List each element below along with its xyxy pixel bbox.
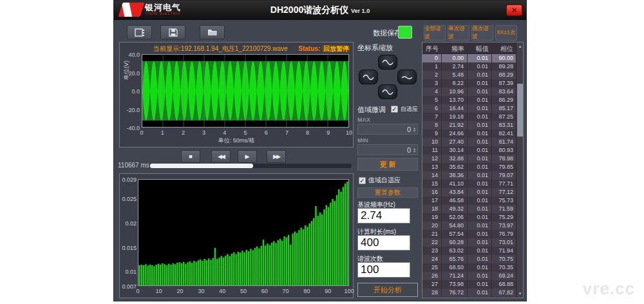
table-cell: 4	[422, 88, 442, 96]
table-cell: 5.48	[442, 71, 468, 79]
min-input[interactable]: 0 ▲▼	[357, 144, 418, 155]
table-row[interactable]: 1643.840.0177.12	[422, 188, 516, 196]
table-cell: 0.01	[468, 230, 492, 238]
play-button[interactable]: ▶	[238, 150, 257, 163]
waveform-x-unit: 单位: 50ms/格	[120, 137, 353, 145]
spinner-arrows-icon[interactable]: ▲▼	[413, 147, 416, 153]
table-cell: 0.01	[468, 163, 492, 171]
table-cell: 0.01	[468, 188, 492, 196]
table-row[interactable]: 00.000.0190.00	[422, 54, 516, 62]
scrollbar-thumb[interactable]	[517, 84, 523, 137]
waveform-x-tick: 9	[323, 129, 334, 136]
fundamental-freq-input[interactable]: 2.74	[357, 208, 410, 223]
close-button[interactable]: ✕	[506, 5, 522, 16]
table-row[interactable]: 12.740.0189.28	[422, 62, 516, 71]
table-row[interactable]: 2465.760.0170.75	[422, 255, 516, 263]
table-body: 00.000.0190.0012.740.0189.2825.480.0188.…	[422, 54, 516, 298]
spectrum-y-tick: 0.02	[120, 220, 137, 227]
filter-odd-harmonics-button[interactable]: 单次谐波	[448, 25, 469, 41]
start-analysis-button[interactable]: 开始分析	[357, 283, 418, 297]
status-label: Status:	[298, 45, 320, 52]
filter-6x1-button[interactable]: 6X±1次	[495, 25, 517, 41]
table-cell: 0.01	[468, 129, 492, 138]
spectrum-plot[interactable]	[138, 179, 349, 286]
filter-all-harmonics-button[interactable]: 全部谐波	[424, 25, 446, 41]
table-row[interactable]: 2876.720.0167.82	[422, 289, 516, 297]
reset-params-button[interactable]: 重置参数	[357, 187, 418, 198]
table-cell: 6	[422, 104, 442, 113]
table-row[interactable]: 2363.020.0171.94	[422, 247, 516, 255]
table-row[interactable]: 2671.240.0169.24	[422, 272, 516, 280]
table-row[interactable]: 2260.280.0173.01	[422, 238, 516, 247]
zoom-down-button[interactable]	[378, 84, 397, 99]
table-header-3[interactable]: 相位	[492, 43, 516, 53]
table-cell: 68.50	[442, 263, 468, 272]
table-header-0[interactable]: 序号	[422, 43, 442, 53]
harmonic-count-input[interactable]: 100	[357, 262, 410, 278]
waveform-x-tick: 2	[178, 129, 188, 136]
waveform-plot[interactable]	[142, 54, 349, 128]
table-row[interactable]: 2773.980.0168.88	[422, 280, 516, 289]
table-header-1[interactable]: 频率	[442, 43, 468, 53]
table-row[interactable]: 616.440.0185.17	[422, 104, 516, 113]
table-cell: 73.97	[492, 222, 516, 230]
open-file-button[interactable]	[200, 25, 225, 39]
waveform-x-tick: 10	[344, 129, 354, 136]
sine-wave-icon	[382, 89, 393, 95]
table-row[interactable]: 1335.620.0179.85	[422, 163, 516, 171]
min-label: MIN	[357, 137, 368, 144]
table-row[interactable]: 1541.100.0177.71	[422, 180, 516, 188]
spectrum-x-tick: 20	[174, 288, 187, 294]
zoom-right-button[interactable]	[397, 70, 417, 84]
table-cell: 11	[422, 146, 442, 155]
table-cell: 71.59	[492, 205, 516, 213]
save-button[interactable]	[160, 25, 185, 39]
table-row[interactable]: 924.660.0182.41	[422, 129, 516, 138]
table-row[interactable]: 38.220.0187.39	[422, 79, 516, 88]
fast-forward-button[interactable]: ▶▶	[267, 150, 286, 163]
table-row[interactable]: 2568.500.0170.35	[422, 263, 516, 272]
waveform-y-tick: 0.0	[120, 88, 140, 95]
table-row[interactable]: 1027.400.0181.74	[422, 138, 516, 146]
table-row[interactable]: 1232.880.0178.98	[422, 155, 516, 163]
calc-duration-input[interactable]: 400	[357, 235, 410, 251]
table-row[interactable]: 2054.800.0173.97	[422, 222, 516, 230]
filter-even-harmonics-button[interactable]: 偶次谐波	[471, 25, 493, 41]
table-row[interactable]: 1438.360.0179.07	[422, 171, 516, 180]
table-row[interactable]: 410.960.0183.64	[422, 88, 516, 96]
table-row[interactable]: 513.700.0186.29	[422, 96, 516, 104]
table-row[interactable]: 25.480.0188.29	[422, 71, 516, 79]
scroll-up-icon[interactable]: ▲	[516, 43, 524, 50]
table-row[interactable]: 821.920.0183.31	[422, 121, 516, 129]
playback-progress-slider[interactable]	[150, 164, 352, 168]
device-button[interactable]	[127, 25, 152, 39]
max-input[interactable]: 0 ▲▼	[357, 124, 418, 135]
stop-button[interactable]: ■	[181, 150, 200, 163]
spectrum-panel: 0.0290.0250.020.0150.010.007 01020304050…	[119, 173, 354, 298]
table-scrollbar[interactable]: ▲ ▼	[516, 43, 523, 298]
table-header-2[interactable]: 幅值	[468, 43, 492, 53]
rewind-button[interactable]: ◀◀	[211, 150, 231, 163]
zoom-left-button[interactable]	[359, 70, 378, 84]
table-cell: 0.01	[468, 155, 492, 163]
table-cell: 49.32	[442, 205, 468, 213]
range-adaptive-checkbox[interactable]: ✓ 值域自适应	[359, 176, 401, 185]
spectrum-x-tick: 90	[321, 288, 334, 294]
zoom-up-button[interactable]	[378, 55, 397, 70]
table-row[interactable]: 1746.580.0175.73	[422, 196, 516, 205]
table-row[interactable]: 1952.060.0175.29	[422, 213, 516, 222]
table-cell: 0.01	[468, 213, 492, 222]
table-cell: 27.40	[442, 138, 468, 146]
update-button[interactable]: 更 新	[357, 158, 418, 171]
table-row[interactable]: 2157.540.0176.79	[422, 230, 516, 238]
table-row[interactable]: 1130.140.0180.93	[422, 146, 516, 155]
waveform-x-tick: 4	[220, 129, 230, 136]
table-row[interactable]: 1849.320.0171.59	[422, 205, 516, 213]
scroll-down-icon[interactable]: ▼	[516, 290, 524, 298]
table-cell: 17	[422, 196, 442, 205]
table-row[interactable]: 719.180.0187.25	[422, 113, 516, 121]
adaptive-checkbox[interactable]: ✓ 自适应	[391, 105, 418, 113]
table-cell: 14	[422, 171, 442, 180]
table-cell: 13	[422, 163, 442, 171]
spinner-arrows-icon[interactable]: ▲▼	[413, 127, 416, 132]
